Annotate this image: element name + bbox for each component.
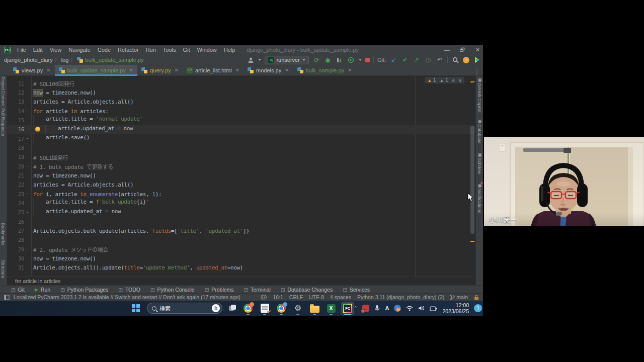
indent-style[interactable]: 4 spaces xyxy=(330,294,351,300)
fold-toggle-icon[interactable]: − xyxy=(26,163,29,168)
tray-app-color-icon[interactable] xyxy=(394,305,401,312)
tab-bulk_update_sample-py[interactable]: bulk_update_sample.py✕ xyxy=(55,65,138,75)
debug-button[interactable] xyxy=(324,56,332,64)
taskbar-app-file-explorer[interactable] xyxy=(308,302,321,315)
taskbar-app-chrome-profile-1[interactable] xyxy=(242,302,255,315)
tool-stripe-sciview[interactable]: SciView xyxy=(477,158,482,174)
context-breadcrumb-text[interactable]: for article in articles xyxy=(15,278,60,284)
sciview-icon[interactable]: ▣ xyxy=(477,152,482,157)
fold-toggle-icon[interactable]: − xyxy=(26,191,29,196)
taskbar-app-pycharm[interactable]: PC xyxy=(341,302,354,315)
ime-indicator[interactable]: A xyxy=(385,305,389,311)
user-account-icon[interactable] xyxy=(247,56,255,64)
tool-stripe-project[interactable]: Project xyxy=(1,76,6,90)
tool-stripe-commit[interactable]: Commit xyxy=(1,91,6,107)
fold-toggle-icon[interactable]: − xyxy=(26,246,29,251)
close-tab-icon[interactable]: ✕ xyxy=(285,67,289,73)
close-tab-icon[interactable]: ✕ xyxy=(348,67,352,73)
close-button[interactable]: ✕ xyxy=(475,47,480,53)
breadcrumb-file[interactable]: bulk_update_sample.py xyxy=(85,57,143,63)
tool-stripe-github-copilot[interactable]: GitHub Copilot xyxy=(477,83,482,113)
taskbar-app-settings[interactable]: ⚙ xyxy=(291,302,304,315)
git-update-button[interactable]: ↙ xyxy=(389,56,397,64)
copilot-status-icon[interactable] xyxy=(261,295,267,300)
tool-stripe-bookmarks[interactable]: Bookmarks xyxy=(1,223,6,245)
tab-query-py[interactable]: query.py✕ xyxy=(137,65,183,75)
fold-toggle-icon[interactable]: − xyxy=(26,154,29,159)
menu-help[interactable]: Help xyxy=(220,45,239,54)
menu-file[interactable]: File xyxy=(14,45,30,54)
menu-navigate[interactable]: Navigate xyxy=(65,45,94,54)
menu-refactor[interactable]: Refactor xyxy=(114,45,142,54)
tool-stripe-structure[interactable]: Structure xyxy=(1,260,6,279)
toolwindow-button-services[interactable]: ◳Services xyxy=(343,287,370,293)
profiler-button[interactable] xyxy=(336,56,344,64)
menu-view[interactable]: View xyxy=(46,45,65,54)
previous-problem-button[interactable]: ∧ xyxy=(452,78,455,83)
close-tab-icon[interactable]: ✕ xyxy=(235,67,239,73)
code-editor[interactable]: 11# SQL100回発行12now = timezone.now()13art… xyxy=(7,76,475,280)
git-commit-button[interactable]: ✔ xyxy=(401,56,409,64)
breadcrumb-project[interactable]: django_photo_diary xyxy=(4,57,53,63)
plugin-colorful-icon[interactable] xyxy=(473,56,481,64)
toolwindow-button-terminal[interactable]: ◳Terminal xyxy=(244,287,271,293)
database-icon[interactable]: ▣ xyxy=(477,118,482,124)
start-button-icon[interactable] xyxy=(132,304,140,312)
menu-window[interactable]: Window xyxy=(194,45,220,54)
next-problem-button[interactable]: ∨ xyxy=(458,78,462,83)
menu-tools[interactable]: Tools xyxy=(159,45,180,54)
fold-toggle-icon[interactable]: − xyxy=(26,108,29,113)
breadcrumb-folder[interactable]: log xyxy=(61,57,69,63)
taskbar-app-chrome-profile-2[interactable] xyxy=(275,302,288,315)
ide-update-icon[interactable]: ↑ xyxy=(463,57,469,63)
minimize-button[interactable]: — xyxy=(444,47,450,53)
pen-tablet-icon[interactable] xyxy=(430,306,437,311)
tray-app-icon[interactable] xyxy=(362,305,369,312)
rollback-button[interactable]: ↶ xyxy=(436,56,444,64)
task-view-icon[interactable] xyxy=(229,305,236,311)
stop-button[interactable] xyxy=(365,58,370,62)
maximize-button[interactable]: 🗗 xyxy=(460,47,465,53)
rerun-button[interactable]: ⟳ xyxy=(312,56,320,64)
history-clock-icon[interactable]: ◷ xyxy=(424,56,432,64)
run-configuration-select[interactable]: dj runserver xyxy=(265,56,308,64)
status-message[interactable]: Localized PyCharm 2023.1.2 is available … xyxy=(14,294,240,300)
tab-views-py[interactable]: views.py✕ xyxy=(9,65,55,75)
toolwindow-button-run[interactable]: ▶Run xyxy=(35,287,50,293)
taskbar-app-notepad[interactable] xyxy=(258,302,271,315)
editor-scrollbar[interactable] xyxy=(470,76,475,280)
close-tab-icon[interactable]: ✕ xyxy=(46,67,50,73)
menu-edit[interactable]: Edit xyxy=(30,45,46,54)
close-tab-icon[interactable]: ✕ xyxy=(129,67,133,73)
tab-article_list-html[interactable]: article_list.html✕ xyxy=(183,65,244,75)
tray-expand-chevron-icon[interactable]: ⌃ xyxy=(354,306,358,311)
toolwindow-toggle-icon[interactable] xyxy=(4,295,10,300)
wifi-icon[interactable] xyxy=(406,306,413,311)
tab-options-kebab-icon[interactable]: ⋮ xyxy=(471,68,483,75)
menu-git[interactable]: Git xyxy=(180,45,194,54)
line-separator[interactable]: CRLF xyxy=(289,294,303,300)
tool-stripe-notifications[interactable]: Notifications xyxy=(477,189,482,213)
tray-clock[interactable]: 12:00 2023/06/25 xyxy=(442,302,469,314)
chevron-down-icon[interactable] xyxy=(359,59,362,61)
file-encoding[interactable]: UTF-8 xyxy=(309,294,324,300)
tab-models-py[interactable]: models.py✕ xyxy=(244,65,293,75)
menu-run[interactable]: Run xyxy=(142,45,159,54)
taskbar-search-input[interactable]: 検索 b xyxy=(147,303,222,314)
microphone-icon[interactable] xyxy=(374,305,380,312)
tool-stripe-pull-requests[interactable]: Pull Requests xyxy=(1,108,6,136)
notifications-icon[interactable]: ▣ xyxy=(477,183,482,188)
warning-stripe-mark[interactable] xyxy=(470,241,474,242)
notification-count-badge[interactable]: 1 xyxy=(474,304,482,312)
volume-icon[interactable] xyxy=(418,305,425,311)
close-tab-icon[interactable]: ✕ xyxy=(175,67,179,73)
git-push-button[interactable]: ↗ xyxy=(413,56,421,64)
chevron-down-icon[interactable] xyxy=(258,59,261,61)
warning-stripe-mark[interactable] xyxy=(470,81,474,82)
tool-stripe-database[interactable]: Database xyxy=(477,124,482,144)
fold-toggle-icon[interactable]: − xyxy=(26,210,29,215)
scrollbar-thumb[interactable] xyxy=(470,126,474,234)
caret-position[interactable]: 16:1 xyxy=(273,294,283,300)
tab-bulk_sample-py[interactable]: bulk_sample.py✕ xyxy=(293,65,356,75)
copilot-icon[interactable]: ▣ xyxy=(477,77,482,82)
